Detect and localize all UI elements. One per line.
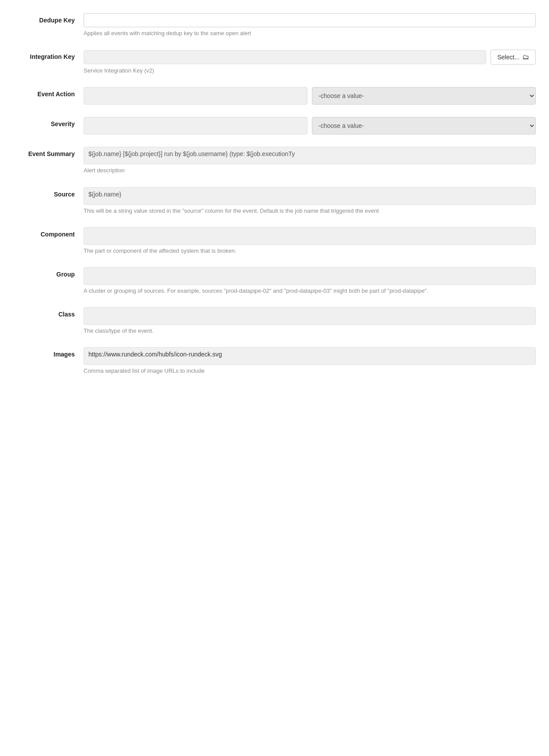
component-label: Component — [13, 227, 84, 238]
integration-key-input-row: Select... 🗂 — [84, 50, 536, 65]
component-input[interactable] — [84, 227, 536, 245]
integration-key-label: Integration Key — [13, 50, 84, 60]
severity-row: Severity -choose a value- critical error… — [9, 117, 540, 134]
dedupe-key-hint: Applies all events with matching dedup k… — [84, 29, 536, 37]
component-field-wrapper: The part or component of the affected sy… — [84, 227, 536, 255]
component-hint: The part or component of the affected sy… — [84, 247, 536, 255]
class-input[interactable] — [84, 307, 536, 325]
event-action-input[interactable] — [84, 87, 307, 105]
integration-key-input[interactable] — [84, 50, 486, 64]
class-hint: The class/type of the event. — [84, 327, 536, 335]
class-label: Class — [13, 307, 84, 318]
images-field-wrapper: https://www.rundeck.com/hubfs/icon-runde… — [84, 347, 536, 375]
event-action-label: Event Action — [13, 87, 84, 98]
dedupe-key-input[interactable] — [84, 13, 536, 27]
source-field-wrapper: ${job.name} This will be a string value … — [84, 187, 536, 215]
images-hint: Comma separated list of image URLs to in… — [84, 367, 536, 375]
source-hint: This will be a string value stored in th… — [84, 207, 536, 215]
images-row: Images https://www.rundeck.com/hubfs/ico… — [9, 347, 540, 375]
group-hint: A cluster or grouping of sources. For ex… — [84, 287, 536, 295]
event-action-select[interactable]: -choose a value- trigger acknowledge res… — [312, 87, 536, 105]
images-label: Images — [13, 347, 84, 358]
group-input[interactable] — [84, 267, 536, 285]
pagerduty-form: Dedupe Key Applies all events with match… — [0, 9, 549, 392]
images-input[interactable]: https://www.rundeck.com/hubfs/icon-runde… — [84, 347, 536, 365]
severity-field-wrapper: -choose a value- critical error warning … — [84, 117, 536, 134]
group-row: Group A cluster or grouping of sources. … — [9, 267, 540, 295]
severity-select[interactable]: -choose a value- critical error warning … — [312, 117, 536, 134]
event-summary-label: Event Summary — [13, 147, 84, 157]
integration-key-select-button[interactable]: Select... 🗂 — [490, 50, 536, 65]
folder-icon: 🗂 — [522, 53, 529, 61]
source-input[interactable]: ${job.name} — [84, 187, 536, 205]
source-row: Source ${job.name} This will be a string… — [9, 187, 540, 215]
integration-key-hint: Service Integration Key (v2) — [84, 67, 536, 75]
class-field-wrapper: The class/type of the event. — [84, 307, 536, 335]
event-summary-hint: Alert description — [84, 167, 536, 174]
class-row: Class The class/type of the event. — [9, 307, 540, 335]
event-action-row: Event Action -choose a value- trigger ac… — [9, 87, 540, 105]
event-summary-row: Event Summary ${job.name} [${job.project… — [9, 147, 540, 174]
dedupe-key-label: Dedupe Key — [13, 13, 84, 24]
severity-label: Severity — [13, 117, 84, 127]
source-label: Source — [13, 187, 84, 198]
event-action-input-row: -choose a value- trigger acknowledge res… — [84, 87, 536, 105]
select-button-label: Select... — [497, 54, 520, 61]
dedupe-key-row: Dedupe Key Applies all events with match… — [9, 13, 540, 37]
dedupe-key-field-wrapper: Applies all events with matching dedup k… — [84, 13, 536, 37]
group-label: Group — [13, 267, 84, 278]
event-summary-input[interactable]: ${job.name} [${job.project}] run by ${jo… — [84, 147, 536, 164]
event-summary-field-wrapper: ${job.name} [${job.project}] run by ${jo… — [84, 147, 536, 174]
component-row: Component The part or component of the a… — [9, 227, 540, 255]
integration-key-row: Integration Key Select... 🗂 Service Inte… — [9, 50, 540, 75]
group-field-wrapper: A cluster or grouping of sources. For ex… — [84, 267, 536, 295]
severity-input[interactable] — [84, 117, 307, 134]
severity-input-row: -choose a value- critical error warning … — [84, 117, 536, 134]
event-action-field-wrapper: -choose a value- trigger acknowledge res… — [84, 87, 536, 105]
integration-key-field-wrapper: Select... 🗂 Service Integration Key (v2) — [84, 50, 536, 75]
